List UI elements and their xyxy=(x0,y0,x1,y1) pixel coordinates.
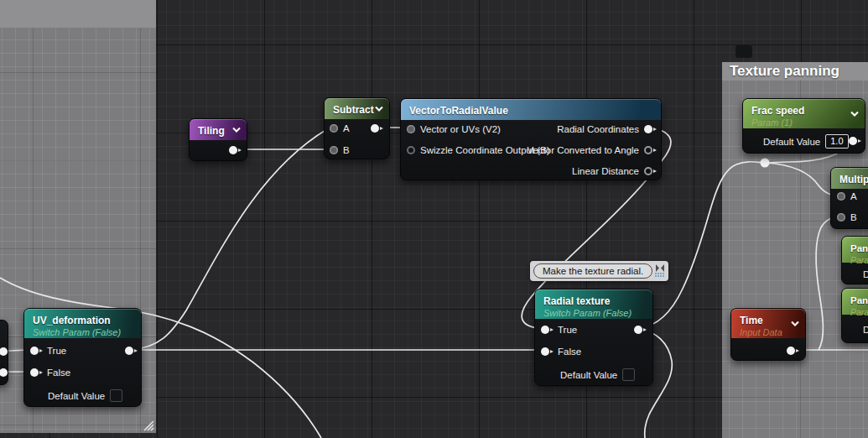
input-pin-false[interactable] xyxy=(541,347,549,356)
node-subtitle: Switch Param (False) xyxy=(33,327,134,338)
pin-label: Vector Converted to Angle xyxy=(527,145,639,155)
pin-label: False xyxy=(47,368,70,378)
node-subtract[interactable]: Subtract A B xyxy=(324,97,390,159)
default-value-input[interactable]: 1.0 xyxy=(825,134,848,149)
comment-texture-panning-title: Texture panning xyxy=(730,63,839,80)
input-pin-true[interactable] xyxy=(30,347,39,355)
node-title: Multipl xyxy=(839,174,868,185)
node-panner-param-2[interactable]: Pann Para D xyxy=(841,288,868,343)
output-pin[interactable] xyxy=(0,368,8,377)
node-radial-texture[interactable]: Radial texture Switch Param (False) True… xyxy=(534,289,653,386)
dots-icon xyxy=(655,273,665,278)
comment-texture-panning-titlebar[interactable]: Texture panning xyxy=(722,62,868,81)
default-value-label: D xyxy=(863,269,868,279)
pin-label: B xyxy=(343,145,350,155)
default-value-label: Default Value xyxy=(560,370,617,380)
node-subtitle: Para xyxy=(850,307,868,318)
node-title: Pann xyxy=(850,295,868,305)
output-pin[interactable] xyxy=(634,326,642,334)
output-pin[interactable] xyxy=(125,347,133,355)
input-pin-a[interactable] xyxy=(837,192,845,201)
pin-label: A xyxy=(343,123,350,133)
input-pin-true[interactable] xyxy=(541,326,549,334)
pin-label: Vector or UVs (V2) xyxy=(420,124,501,134)
default-value-label: Default Value xyxy=(763,137,820,147)
default-value-label: Default Value xyxy=(48,391,105,401)
node-title: Subtract xyxy=(333,104,374,116)
input-pin-vector-or-uvs[interactable] xyxy=(407,125,415,133)
input-pin-b[interactable] xyxy=(837,213,845,222)
output-pin-radial-coordinates[interactable] xyxy=(644,125,652,133)
chevron-down-icon[interactable] xyxy=(232,127,241,133)
comment-left-titlebar[interactable] xyxy=(0,0,156,29)
node-title: Frac speed xyxy=(751,105,804,117)
node-subtitle: Param (1) xyxy=(751,117,858,128)
node-title: Radial texture xyxy=(543,295,610,307)
node-title: VectorToRadialValue xyxy=(409,105,508,117)
node-frac-speed[interactable]: Frac speed Param (1) Default Value 1.0 xyxy=(742,98,865,154)
graph-canvas[interactable]: Texture panning Til xyxy=(0,0,868,438)
output-pin-vector-converted-to-angle[interactable] xyxy=(644,146,652,154)
pin-label: True xyxy=(47,346,66,356)
node-tiling[interactable]: Tiling xyxy=(189,118,247,161)
chevron-down-icon[interactable] xyxy=(791,321,799,327)
node-title: Tiling xyxy=(198,125,225,137)
comment-bubble[interactable]: Make the texture radial. xyxy=(530,261,668,281)
output-pin[interactable] xyxy=(371,124,379,133)
output-pin[interactable] xyxy=(0,347,8,356)
node-subtitle: Switch Param (False) xyxy=(543,308,646,319)
pin-label: Radial Coordinates xyxy=(557,124,639,134)
pin-label: A xyxy=(850,191,857,201)
node-edge-partial[interactable] xyxy=(0,320,8,385)
node-title: Time xyxy=(740,315,763,326)
input-pin-swizzle[interactable] xyxy=(407,146,415,154)
default-value-checkbox[interactable] xyxy=(110,389,122,402)
node-time[interactable]: Time Input Data xyxy=(730,308,806,361)
node-title: Pann xyxy=(850,243,868,253)
pin-label: B xyxy=(850,212,857,222)
pin-label: Linear Distance xyxy=(572,166,639,176)
input-pin-a[interactable] xyxy=(330,124,338,133)
output-pin[interactable] xyxy=(787,347,795,355)
pin-label: True xyxy=(558,325,577,335)
node-subtitle: Para xyxy=(850,255,868,266)
node-panner-param-1[interactable]: Pann Para D xyxy=(841,236,868,284)
output-pin-linear-distance[interactable] xyxy=(644,167,652,175)
input-pin-false[interactable] xyxy=(30,368,39,377)
output-pin[interactable] xyxy=(849,137,857,145)
output-pin[interactable] xyxy=(229,146,237,154)
node-uv-deformation[interactable]: UV_deformation Switch Param (False) True… xyxy=(23,308,142,407)
node-vector-to-radial-value[interactable]: VectorToRadialValue Vector or UVs (V2) S… xyxy=(400,98,662,180)
comment-bubble-text: Make the texture radial. xyxy=(533,263,652,279)
default-value-checkbox[interactable] xyxy=(622,368,635,381)
chevron-down-icon[interactable] xyxy=(850,111,859,117)
pin-icon[interactable] xyxy=(655,264,665,272)
partial-node-top[interactable] xyxy=(735,45,752,58)
node-title: UV_deformation xyxy=(33,315,111,326)
default-value-label: D xyxy=(863,325,868,335)
chevron-down-icon[interactable] xyxy=(375,106,383,112)
node-multiply[interactable]: Multipl A B xyxy=(830,167,868,229)
resize-handle-icon[interactable] xyxy=(141,418,154,431)
node-subtitle: Input Data xyxy=(740,327,798,338)
pin-label: False xyxy=(558,347,581,357)
input-pin-b[interactable] xyxy=(330,146,338,154)
